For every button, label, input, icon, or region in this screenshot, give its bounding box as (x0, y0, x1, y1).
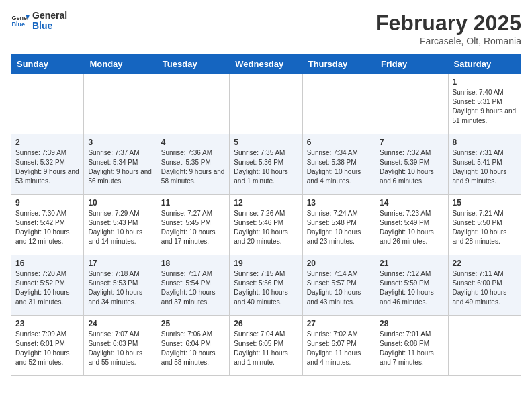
calendar-week-row: 1Sunrise: 7:40 AM Sunset: 5:31 PM Daylig… (11, 74, 521, 134)
day-number: 17 (88, 259, 152, 268)
day-info: Sunrise: 7:26 AM Sunset: 5:46 PM Dayligh… (234, 209, 298, 246)
calendar-cell: 19Sunrise: 7:15 AM Sunset: 5:56 PM Dayli… (230, 255, 302, 316)
day-info: Sunrise: 7:37 AM Sunset: 5:34 PM Dayligh… (88, 148, 152, 186)
calendar-week-row: 2Sunrise: 7:39 AM Sunset: 5:32 PM Daylig… (11, 134, 521, 195)
day-info: Sunrise: 7:02 AM Sunset: 6:07 PM Dayligh… (307, 330, 371, 367)
calendar-cell: 1Sunrise: 7:40 AM Sunset: 5:31 PM Daylig… (448, 74, 521, 134)
day-info: Sunrise: 7:09 AM Sunset: 6:01 PM Dayligh… (15, 330, 79, 367)
calendar-cell (302, 74, 375, 134)
day-info: Sunrise: 7:12 AM Sunset: 5:59 PM Dayligh… (380, 269, 443, 307)
day-number: 24 (88, 319, 152, 328)
weekday-header-sunday: Sunday (11, 55, 84, 74)
day-info: Sunrise: 7:29 AM Sunset: 5:43 PM Dayligh… (88, 209, 152, 246)
calendar-cell: 14Sunrise: 7:23 AM Sunset: 5:49 PM Dayli… (375, 195, 448, 255)
day-info: Sunrise: 7:27 AM Sunset: 5:45 PM Dayligh… (161, 209, 225, 246)
day-info: Sunrise: 7:15 AM Sunset: 5:56 PM Dayligh… (234, 269, 298, 307)
day-info: Sunrise: 7:17 AM Sunset: 5:54 PM Dayligh… (161, 269, 225, 307)
calendar-cell: 2Sunrise: 7:39 AM Sunset: 5:32 PM Daylig… (11, 134, 84, 195)
calendar-cell: 4Sunrise: 7:36 AM Sunset: 5:35 PM Daylig… (157, 134, 229, 195)
weekday-header-tuesday: Tuesday (157, 55, 229, 74)
day-number: 4 (161, 138, 225, 147)
calendar-cell: 23Sunrise: 7:09 AM Sunset: 6:01 PM Dayli… (11, 316, 84, 376)
day-info: Sunrise: 7:21 AM Sunset: 5:50 PM Dayligh… (453, 209, 517, 246)
day-number: 9 (15, 198, 79, 208)
calendar-cell (157, 74, 229, 134)
day-number: 11 (161, 198, 225, 208)
day-number: 16 (15, 259, 79, 268)
calendar-cell: 22Sunrise: 7:11 AM Sunset: 6:00 PM Dayli… (448, 255, 521, 316)
day-info: Sunrise: 7:20 AM Sunset: 5:52 PM Dayligh… (15, 269, 79, 307)
calendar-cell (375, 74, 448, 134)
calendar-cell: 26Sunrise: 7:04 AM Sunset: 6:05 PM Dayli… (230, 316, 302, 376)
calendar-cell: 18Sunrise: 7:17 AM Sunset: 5:54 PM Dayli… (157, 255, 229, 316)
calendar-cell (448, 316, 521, 376)
day-number: 27 (307, 319, 371, 328)
day-info: Sunrise: 7:07 AM Sunset: 6:03 PM Dayligh… (88, 330, 152, 367)
calendar-week-row: 9Sunrise: 7:30 AM Sunset: 5:42 PM Daylig… (11, 195, 521, 255)
calendar-cell: 12Sunrise: 7:26 AM Sunset: 5:46 PM Dayli… (230, 195, 302, 255)
weekday-header-wednesday: Wednesday (230, 55, 302, 74)
day-number: 1 (453, 77, 517, 87)
calendar-cell: 28Sunrise: 7:01 AM Sunset: 6:08 PM Dayli… (375, 316, 448, 376)
day-info: Sunrise: 7:34 AM Sunset: 5:38 PM Dayligh… (307, 148, 371, 186)
day-number: 21 (380, 259, 443, 268)
day-number: 3 (88, 138, 152, 147)
calendar-cell: 21Sunrise: 7:12 AM Sunset: 5:59 PM Dayli… (375, 255, 448, 316)
day-info: Sunrise: 7:18 AM Sunset: 5:53 PM Dayligh… (88, 269, 152, 307)
day-number: 2 (15, 138, 79, 147)
day-info: Sunrise: 7:35 AM Sunset: 5:36 PM Dayligh… (234, 148, 298, 186)
day-number: 12 (234, 198, 298, 208)
logo-text-line1: General (32, 11, 67, 21)
calendar-cell: 11Sunrise: 7:27 AM Sunset: 5:45 PM Dayli… (157, 195, 229, 255)
location-subtitle: Farcasele, Olt, Romania (375, 36, 521, 46)
calendar-cell: 6Sunrise: 7:34 AM Sunset: 5:38 PM Daylig… (302, 134, 375, 195)
calendar-cell: 20Sunrise: 7:14 AM Sunset: 5:57 PM Dayli… (302, 255, 375, 316)
day-number: 23 (15, 319, 79, 328)
page-header: General Blue General Blue February 2025 … (11, 11, 521, 46)
svg-text:Blue: Blue (11, 21, 25, 28)
day-number: 28 (380, 319, 443, 328)
day-number: 14 (380, 198, 443, 208)
title-block: February 2025 Farcasele, Olt, Romania (375, 11, 521, 46)
day-number: 7 (380, 138, 443, 147)
logo-text-line2: Blue (32, 21, 67, 31)
day-number: 19 (234, 259, 298, 268)
day-info: Sunrise: 7:24 AM Sunset: 5:48 PM Dayligh… (307, 209, 371, 246)
day-info: Sunrise: 7:31 AM Sunset: 5:41 PM Dayligh… (453, 148, 517, 186)
weekday-header-monday: Monday (84, 55, 157, 74)
day-number: 20 (307, 259, 371, 268)
day-info: Sunrise: 7:14 AM Sunset: 5:57 PM Dayligh… (307, 269, 371, 307)
calendar-cell: 16Sunrise: 7:20 AM Sunset: 5:52 PM Dayli… (11, 255, 84, 316)
day-number: 13 (307, 198, 371, 208)
calendar-cell (11, 74, 84, 134)
calendar-week-row: 23Sunrise: 7:09 AM Sunset: 6:01 PM Dayli… (11, 316, 521, 376)
calendar-cell: 5Sunrise: 7:35 AM Sunset: 5:36 PM Daylig… (230, 134, 302, 195)
day-number: 25 (161, 319, 225, 328)
day-info: Sunrise: 7:04 AM Sunset: 6:05 PM Dayligh… (234, 330, 298, 367)
day-info: Sunrise: 7:23 AM Sunset: 5:49 PM Dayligh… (380, 209, 443, 246)
weekday-header-row: SundayMondayTuesdayWednesdayThursdayFrid… (11, 55, 521, 74)
logo: General Blue General Blue (11, 11, 67, 32)
day-info: Sunrise: 7:11 AM Sunset: 6:00 PM Dayligh… (453, 269, 517, 307)
weekday-header-saturday: Saturday (448, 55, 521, 74)
calendar-cell: 27Sunrise: 7:02 AM Sunset: 6:07 PM Dayli… (302, 316, 375, 376)
month-title: February 2025 (375, 11, 521, 36)
weekday-header-friday: Friday (375, 55, 448, 74)
day-info: Sunrise: 7:36 AM Sunset: 5:35 PM Dayligh… (161, 148, 225, 186)
calendar-cell: 13Sunrise: 7:24 AM Sunset: 5:48 PM Dayli… (302, 195, 375, 255)
calendar-cell: 8Sunrise: 7:31 AM Sunset: 5:41 PM Daylig… (448, 134, 521, 195)
calendar-cell: 10Sunrise: 7:29 AM Sunset: 5:43 PM Dayli… (84, 195, 157, 255)
day-info: Sunrise: 7:30 AM Sunset: 5:42 PM Dayligh… (15, 209, 79, 246)
calendar-cell: 9Sunrise: 7:30 AM Sunset: 5:42 PM Daylig… (11, 195, 84, 255)
day-number: 26 (234, 319, 298, 328)
day-info: Sunrise: 7:39 AM Sunset: 5:32 PM Dayligh… (15, 148, 79, 186)
weekday-header-thursday: Thursday (302, 55, 375, 74)
day-number: 18 (161, 259, 225, 268)
calendar-cell: 7Sunrise: 7:32 AM Sunset: 5:39 PM Daylig… (375, 134, 448, 195)
day-number: 22 (453, 259, 517, 268)
calendar-cell: 25Sunrise: 7:06 AM Sunset: 6:04 PM Dayli… (157, 316, 229, 376)
day-number: 10 (88, 198, 152, 208)
calendar-cell: 17Sunrise: 7:18 AM Sunset: 5:53 PM Dayli… (84, 255, 157, 316)
calendar-cell: 15Sunrise: 7:21 AM Sunset: 5:50 PM Dayli… (448, 195, 521, 255)
day-number: 6 (307, 138, 371, 147)
